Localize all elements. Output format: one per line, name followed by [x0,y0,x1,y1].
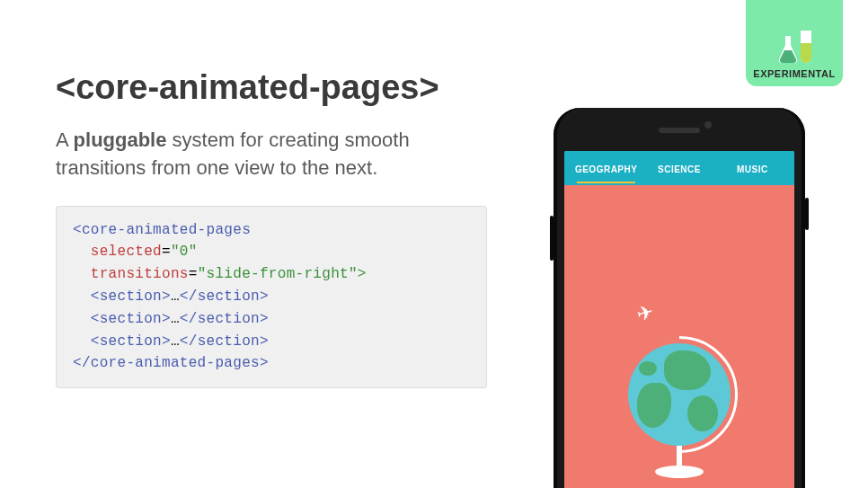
code-example: <core-animated-pages selected="0" transi… [56,206,487,389]
badge-label: EXPERIMENTAL [753,68,835,79]
experimental-badge: EXPERIMENTAL [746,0,843,86]
page-title: <core-animated-pages> [56,68,487,107]
tab-science[interactable]: SCIENCE [642,154,715,183]
test-tube-icon [801,31,811,63]
flask-icon [777,34,799,63]
phone-screen: GEOGRAPHY SCIENCE MUSIC ✈ [564,151,794,488]
plane-icon: ✈ [634,300,656,327]
subtitle: A pluggable system for creating smooth t… [56,127,487,182]
phone-volume-button [550,216,554,261]
tab-geography[interactable]: GEOGRAPHY [570,154,642,183]
globe-illustration: ✈ [612,331,747,488]
tab-bar: GEOGRAPHY SCIENCE MUSIC [564,151,794,185]
slide-content: <core-animated-pages> A pluggable system… [56,68,487,388]
phone-mockup: GEOGRAPHY SCIENCE MUSIC ✈ [554,108,805,488]
tab-music[interactable]: MUSIC [716,154,789,183]
lab-icons [777,31,811,63]
phone-power-button [805,198,809,230]
